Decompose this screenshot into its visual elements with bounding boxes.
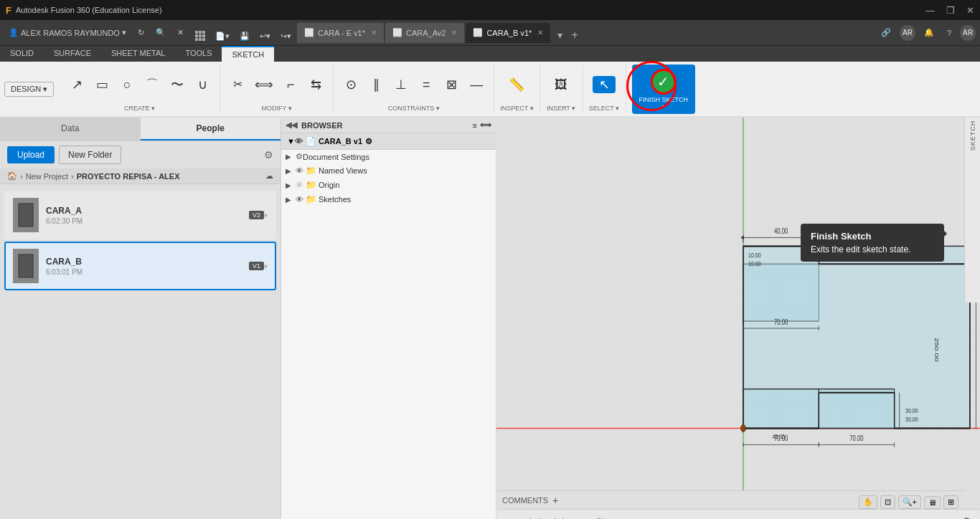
origin-expand-icon[interactable]: ▶ [286, 181, 296, 189]
select-tool-button[interactable]: ↖ [593, 76, 616, 93]
add-comment-button[interactable]: + [552, 495, 558, 506]
people-tab[interactable]: People [141, 118, 281, 141]
canvas-settings-button[interactable]: ⚙ [959, 514, 974, 520]
file-item-cara-a[interactable]: CARA_A 6:02:30 PM V2 ▾ [4, 191, 276, 239]
finish-sketch-button[interactable]: ✓ FINISH SKETCH ▾ [632, 65, 696, 114]
named-views-eye-icon[interactable]: 👁 [296, 166, 303, 175]
insert-image-button[interactable]: 🖼 [550, 76, 573, 93]
perpendicular-button[interactable]: ⊥ [390, 76, 413, 93]
undo-button[interactable]: ↩▾ [255, 29, 275, 43]
nav-record-button[interactable]: 📷 [593, 515, 610, 520]
minimize-button[interactable]: — [925, 5, 935, 16]
line-tool-button[interactable]: ↗ [65, 76, 88, 93]
browser-collapse-icon[interactable]: ◀◀ [286, 120, 297, 130]
parallel-button[interactable]: ∥ [364, 76, 387, 93]
maximize-button[interactable]: ❐ [946, 5, 955, 16]
fillet-tool-button[interactable]: ⌐ [279, 76, 302, 93]
home-icon[interactable]: 🏠 [7, 171, 17, 181]
settings-icon[interactable]: ⚙ [264, 149, 273, 161]
arc-tool-button[interactable]: ⌒ [141, 76, 164, 93]
new-tab-button[interactable]: + [568, 27, 580, 43]
user-menu-button[interactable]: 👤 ALEX RAMOS RAYMUNDO ▾ [4, 26, 131, 39]
upload-button[interactable]: Upload [7, 146, 55, 163]
data-tab[interactable]: Data [0, 118, 141, 141]
help-link-button[interactable]: 🔗 [877, 26, 895, 39]
fix-icon: ⊠ [446, 78, 457, 91]
cara-bv1-close-icon[interactable]: ✕ [537, 29, 543, 37]
nav-prev-button[interactable]: ◀ [520, 514, 534, 520]
breadcrumb-project-root[interactable]: New Project [26, 172, 68, 181]
nav-play-button[interactable]: ▶ [536, 514, 550, 520]
equal-button[interactable]: = [415, 76, 438, 93]
canvas-area[interactable]: 40.00 70.00 70.00 70.00 [496, 118, 980, 519]
pan-button[interactable]: ✋ [859, 495, 877, 509]
sketches-eye-icon[interactable]: 👁 [296, 195, 303, 204]
breadcrumb-current[interactable]: PROYECTO REPISA - ALEX [77, 172, 180, 181]
tab-cara-e[interactable]: ⬜ CARA - E v1* ✕ [297, 23, 384, 43]
mirror-tool-button[interactable]: ⇆ [304, 76, 327, 93]
search-button[interactable]: 🔍 [151, 26, 170, 39]
zoom-fit-button[interactable]: ⊡ [880, 495, 895, 509]
ribbon-tab-sketch[interactable]: SKETCH [222, 46, 274, 62]
rectangle-tool-button[interactable]: ▭ [90, 76, 113, 93]
redo-button[interactable]: ↪▾ [276, 29, 296, 43]
tab-overflow-button[interactable]: ▾ [555, 28, 565, 42]
new-file-button[interactable]: 📄▾ [211, 29, 234, 43]
inspect-measure-button[interactable]: 📏 [505, 76, 528, 93]
close-button[interactable]: ✕ [966, 5, 974, 16]
file-item-cara-b[interactable]: CARA_B 6:03:01 PM V1 ▾ [4, 242, 276, 290]
browser-expand-icon[interactable]: ▼ [287, 137, 295, 146]
browser-menu-icon[interactable]: ≡ [473, 121, 477, 130]
named-views-expand-icon[interactable]: ▶ [286, 167, 296, 175]
cara-av2-close-icon[interactable]: ✕ [451, 29, 457, 37]
trim-tool-button[interactable]: ✂ [226, 77, 249, 92]
offset-tool-button[interactable]: ⟺ [251, 76, 277, 93]
close-panel-button[interactable]: ✕ [173, 26, 188, 39]
coincident-icon: ⊙ [346, 78, 357, 91]
ribbon-tab-surface[interactable]: SURFACE [44, 46, 101, 62]
refresh-button[interactable]: ↻ [133, 26, 149, 39]
circle-tool-button[interactable]: ○ [116, 76, 138, 93]
left-panel-tabs: Data People [0, 118, 281, 141]
horizontal-button[interactable]: — [465, 76, 488, 93]
zoom-in-button[interactable]: 🔍+ [898, 495, 921, 509]
origin-eye-icon[interactable]: 👁 [296, 181, 303, 189]
sketches-expand-icon[interactable]: ▶ [286, 196, 296, 204]
notification-bell-button[interactable]: 🔔 [920, 26, 938, 39]
grid-button[interactable]: ⊞ [943, 495, 958, 509]
cara-a-version: V2 [249, 211, 264, 219]
browser-item-sketches[interactable]: ▶ 👁 📁 Sketches [281, 192, 496, 206]
browser-resize-icon[interactable]: ⟺ [480, 120, 491, 130]
sketch-palette-label: SKETCH PALETTE [969, 118, 976, 156]
help-button[interactable]: ? [943, 27, 956, 39]
new-folder-button[interactable]: New Folder [59, 146, 121, 164]
ribbon-tab-tools[interactable]: TOOLS [175, 46, 222, 62]
spline-tool-button[interactable]: 〜 [166, 76, 189, 93]
nav-last-button[interactable]: ⏭ [575, 514, 591, 520]
browser-item-doc-settings[interactable]: ▶ ⚙ Document Settings [281, 150, 496, 163]
browser-item-named-views[interactable]: ▶ 👁 📁 Named Views [281, 163, 496, 178]
fix-button[interactable]: ⊠ [440, 76, 463, 93]
ribbon-tab-solid[interactable]: SOLID [0, 46, 44, 62]
display-settings-button[interactable]: 🖥 [924, 496, 941, 509]
save-button[interactable]: 💾 [235, 29, 254, 43]
coincident-button[interactable]: ⊙ [339, 76, 362, 93]
nav-next-button[interactable]: ▶▶ [552, 514, 573, 520]
cara-e-close-icon[interactable]: ✕ [371, 29, 377, 37]
tab-cara-av2[interactable]: ⬜ CARA_Av2 ✕ [385, 23, 464, 43]
browser-eye-icon[interactable]: 👁 [295, 137, 303, 146]
tab-cara-bv1[interactable]: ⬜ CARA_B v1* ✕ [466, 23, 550, 43]
origin-label: Origin [319, 181, 339, 189]
conic-tool-button[interactable]: ∪ [191, 76, 214, 93]
cara-b-version-arrow[interactable]: ▾ [264, 262, 268, 270]
nav-first-button[interactable]: ⏮ [502, 514, 518, 520]
design-dropdown-button[interactable]: DESIGN ▾ [4, 82, 54, 97]
cara-a-version-arrow[interactable]: ▾ [264, 211, 268, 219]
browser-doc-settings-icon[interactable]: ⚙ [365, 137, 372, 146]
doc-settings-expand-icon[interactable]: ▶ [286, 153, 296, 161]
app-grid-button[interactable] [191, 29, 209, 43]
arc-icon: ⌒ [146, 78, 159, 91]
ribbon-tab-sheet-metal[interactable]: SHEET METAL [101, 46, 175, 62]
browser-item-origin[interactable]: ▶ 👁 📁 Origin [281, 178, 496, 192]
insert-label: INSERT ▾ [547, 103, 575, 112]
